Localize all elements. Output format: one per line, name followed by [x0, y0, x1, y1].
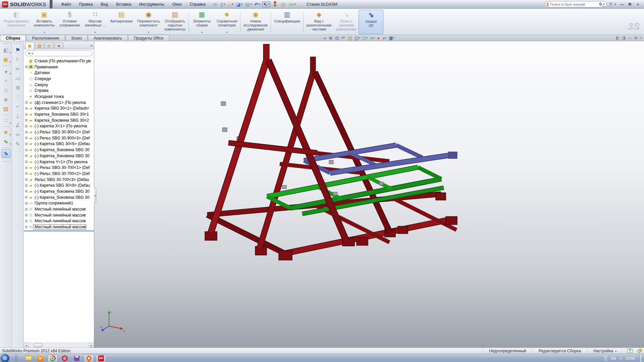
- apply-scene-icon[interactable]: ◕ ▾: [382, 36, 387, 41]
- expand-box[interactable]: ⊞: [24, 136, 28, 140]
- move-component-button[interactable]: ◉ Переместить компонент ▾: [135, 10, 162, 34]
- component-pattern-icon[interactable]: ∷ ▾: [1, 116, 11, 125]
- flag-icon[interactable]: ⚑: [13, 46, 22, 55]
- linear-pattern-button[interactable]: ∷ Массив линейных ... ▾: [82, 10, 108, 34]
- separator[interactable]: [2, 65, 10, 66]
- expand-box[interactable]: ⊞: [24, 189, 28, 193]
- tree-item-right-plane[interactable]: ◇ Справа: [24, 87, 94, 94]
- numbered-list-icon[interactable]: ⋮: [13, 93, 22, 102]
- tree-item-part[interactable]: ⊞ ▰ (-) Рельс SBG 30-900<3> (Def: [24, 135, 94, 141]
- expand-box[interactable]: ⊞: [24, 113, 28, 116]
- insert-components-button[interactable]: ▣ Вставить компоненты ▾: [32, 10, 57, 34]
- tree-item-part[interactable]: ⊞ ▰ Каретка_боковина SBG 30<1: [24, 111, 94, 117]
- expand-box[interactable]: ⊞: [24, 225, 28, 229]
- properties-button[interactable]: ▤: [280, 2, 287, 7]
- tab-layout[interactable]: Расположение: [26, 35, 65, 41]
- panel-splitter-handle[interactable]: ◂◂: [94, 188, 96, 203]
- tab-assembly[interactable]: Сборка: [0, 35, 26, 41]
- configurationmanager-tab[interactable]: ≣: [45, 42, 54, 49]
- dimension-vertical-icon[interactable]: ⊨: [13, 65, 22, 73]
- tree-item-part[interactable]: ⊞ ▰ Рельс SBG 30-700<3> (Defau: [24, 177, 94, 183]
- restore-button[interactable]: ⧉: [627, 2, 633, 7]
- status-help-icon[interactable]: ?: [627, 349, 633, 353]
- search-dropdown-caret[interactable]: ▾: [603, 3, 605, 6]
- minimize-button[interactable]: —: [619, 2, 625, 7]
- tree-item-top-plane[interactable]: ◇ Сверху: [24, 82, 94, 88]
- tree-item-local-pattern[interactable]: ⊞ ∷ Местный линейный массив: [24, 224, 94, 230]
- expand-box[interactable]: ⊞: [24, 148, 28, 152]
- tree-item-local-pattern[interactable]: ⊞ ∷ Местный линейный массив: [24, 212, 94, 218]
- instant3d-icon[interactable]: ⇘: [1, 149, 11, 158]
- perpendicular-icon[interactable]: ⊥: [13, 112, 22, 120]
- view-orientation-icon[interactable]: ◱ ▾: [354, 36, 361, 41]
- separator[interactable]: [303, 11, 304, 33]
- scrollbar-thumb[interactable]: [34, 344, 42, 347]
- dimension-horizontal-icon[interactable]: ⊦: [13, 55, 22, 64]
- knowledge-search-box[interactable]: ▾: [545, 1, 607, 7]
- tree-item-origin[interactable]: ⌖ Исходная точка: [24, 94, 94, 100]
- corner-icon[interactable]: ⌐: [13, 102, 22, 111]
- display-style-icon[interactable]: ◻ ▾: [362, 36, 368, 41]
- tree-filter-box[interactable]: ▼ ▾: [25, 50, 93, 56]
- pin-icon[interactable]: ⊖: [212, 2, 219, 7]
- close-button[interactable]: ×: [635, 2, 641, 7]
- separator[interactable]: [240, 11, 240, 33]
- menu-help[interactable]: Справка: [186, 1, 210, 8]
- tree-item-part[interactable]: ⊞ ▰ (-) Каретка_боковина SBG 30: [24, 147, 94, 153]
- new-document-button[interactable]: ▯ ▾: [219, 2, 226, 7]
- sketch-pencil-icon[interactable]: ✎: [13, 140, 22, 148]
- expand-box[interactable]: ⊞: [24, 184, 28, 187]
- tree-item-part[interactable]: ⊞ ▰ (-) Каретка SBG 30<9> (Defau: [24, 182, 94, 188]
- open-button[interactable]: ▱ ▾: [227, 2, 234, 7]
- expand-box[interactable]: ⊞: [24, 142, 28, 146]
- bom-button[interactable]: ▥ Спецификация: [272, 10, 302, 34]
- taskbar-item-solidworks[interactable]: SW: [96, 355, 106, 362]
- tree-item-part[interactable]: ⊞ ▰ (-) Каретка SBG 30<5> (Defau: [24, 141, 94, 147]
- tray-grip[interactable]: [604, 356, 607, 361]
- pane-right-button[interactable]: ◨: [622, 35, 626, 41]
- expand-box[interactable]: ⊞: [24, 154, 28, 158]
- undo-button[interactable]: ↶ ▾: [253, 2, 261, 7]
- new-motion-study-button[interactable]: ◉ Новое исследование движения: [241, 10, 270, 34]
- window-restore-button[interactable]: ⧉: [634, 35, 637, 41]
- tree-item-mategroup[interactable]: ⊞ ∩∩ Группа сопряжений1: [24, 200, 94, 206]
- taskbar-item-media-player[interactable]: ▶: [36, 355, 46, 362]
- expand-box[interactable]: ⊞: [24, 130, 28, 134]
- language-indicator[interactable]: EN: [611, 356, 616, 360]
- show-hidden-components-button[interactable]: ▨ Отобразить скрытые компоненты: [162, 10, 188, 34]
- expand-box[interactable]: ⊞: [24, 160, 28, 164]
- mate-icon[interactable]: ◕ ▾: [1, 67, 11, 76]
- rebuild-traffic-light-button[interactable]: [271, 3, 279, 6]
- tree-item-annotations[interactable]: ⊞ A Примечания: [24, 64, 94, 70]
- expand-box[interactable]: ⊞: [24, 65, 28, 69]
- instant3d-button[interactable]: ⇘ Instant 3D: [359, 10, 383, 34]
- scroll-right-arrow[interactable]: ►: [89, 343, 94, 348]
- search-icon[interactable]: [599, 3, 602, 6]
- window-minimize-button[interactable]: —: [628, 35, 632, 41]
- graphics-viewport[interactable]: Y X Z: [94, 41, 644, 348]
- separator[interactable]: [271, 11, 271, 33]
- insert-component-icon[interactable]: ▣ ▾: [1, 55, 11, 64]
- tree-item-local-pattern[interactable]: ⊞ ∷ Местный линейный массив: [24, 206, 94, 212]
- expand-box[interactable]: ⊞: [24, 166, 28, 170]
- zoom-to-area-icon[interactable]: ⊡: [334, 36, 340, 41]
- toolbar-drag-grip[interactable]: [2, 43, 10, 44]
- tree-item-part[interactable]: ⊞ ▰ (ф) станина<1> (По умолча: [24, 100, 94, 106]
- separator[interactable]: [189, 11, 189, 33]
- tree-item-part[interactable]: ⊞ ▰ Каретка_боковина SBG 30<2: [24, 117, 94, 123]
- menu-insert[interactable]: Вставка: [112, 1, 135, 8]
- explode-line-sketch-button[interactable]: ↘ Эскиз с линиями разнесения: [334, 10, 359, 34]
- tag-icon[interactable]: [637, 348, 643, 353]
- search-input[interactable]: [550, 2, 598, 6]
- separator[interactable]: [2, 147, 10, 148]
- help-button[interactable]: ?: [609, 2, 612, 7]
- panel-expand-chevron[interactable]: »: [90, 43, 93, 49]
- expand-box[interactable]: ⊞: [24, 207, 28, 211]
- edit-component-button[interactable]: ◧ Редактировать компонент: [1, 10, 32, 34]
- expand-box[interactable]: ⊞: [24, 178, 28, 181]
- rotate-component-icon[interactable]: ◆: [1, 95, 11, 104]
- assembly-features-button[interactable]: ▦ Элементы сборки ▾: [190, 10, 214, 34]
- propertymanager-tab[interactable]: ▤: [35, 42, 44, 49]
- angle-icon[interactable]: ∠: [13, 121, 22, 130]
- tree-item-front-plane[interactable]: ◇ Спереди: [24, 76, 94, 82]
